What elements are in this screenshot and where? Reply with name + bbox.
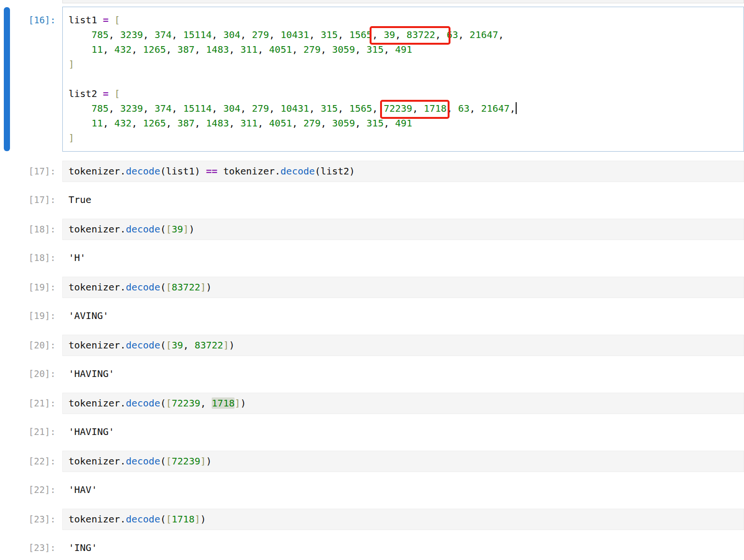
text-cursor	[516, 102, 517, 114]
code-line: tokenizer.decode([39])	[69, 222, 738, 237]
code-cell: [17]:tokenizer.decode(list1) == tokenize…	[0, 161, 744, 182]
output-cell: [18]:'H'	[0, 250, 744, 265]
input-prompt: [22]:	[0, 451, 62, 472]
output-prompt: [23]:	[0, 540, 62, 555]
output-cell: [23]:'ING'	[0, 540, 744, 555]
output-prompt: [17]:	[0, 192, 62, 207]
input-prompt: [17]:	[0, 161, 62, 182]
output-cell: [19]:'AVING'	[0, 308, 744, 323]
code-cell: [21]:tokenizer.decode([72239, 1718])	[0, 393, 744, 414]
output-prompt: [18]:	[0, 250, 62, 265]
code-cell: [16]:list1 = [ 785, 3239, 374, 15114, 30…	[0, 7, 744, 152]
output-prompt: [22]:	[0, 482, 62, 497]
input-prompt: [20]:	[0, 335, 62, 356]
code-editor[interactable]: tokenizer.decode([39])	[62, 219, 744, 240]
code-line: tokenizer.decode(list1) == tokenizer.dec…	[69, 164, 738, 179]
code-editor[interactable]: tokenizer.decode([39, 83722])	[62, 335, 744, 356]
code-line: tokenizer.decode([1718])	[69, 512, 738, 527]
code-line: 785, 3239, 374, 15114, 304, 279, 10431, …	[69, 101, 738, 116]
code-editor[interactable]: tokenizer.decode([1718])	[62, 509, 744, 530]
output-text: 'HAVING'	[62, 366, 114, 381]
code-line: 785, 3239, 374, 15114, 304, 279, 10431, …	[69, 28, 738, 42]
code-editor[interactable]: tokenizer.decode([83722])	[62, 277, 744, 298]
active-cell-collapser-bar[interactable]	[4, 7, 10, 151]
output-cell: [21]:'HAVING'	[0, 424, 744, 439]
code-line: list2 = [	[69, 87, 738, 101]
output-text: 'HAV'	[62, 482, 97, 497]
code-editor[interactable]: tokenizer.decode([72239, 1718])	[62, 393, 744, 414]
code-line: 11, 432, 1265, 387, 1483, 311, 4051, 279…	[69, 42, 738, 57]
code-cell: [19]:tokenizer.decode([83722])	[0, 277, 744, 298]
code-editor[interactable]: list1 = [ 785, 3239, 374, 15114, 304, 27…	[62, 7, 744, 152]
previous-cell-bottom-edge	[62, 0, 744, 3]
code-cell: [18]:tokenizer.decode([39])	[0, 219, 744, 240]
code-line: ]	[69, 57, 738, 72]
code-line: 11, 432, 1265, 387, 1483, 311, 4051, 279…	[69, 116, 738, 131]
code-cell: [22]:tokenizer.decode([72239])	[0, 451, 744, 472]
code-line: ]	[69, 131, 738, 145]
input-prompt: [23]:	[0, 509, 62, 530]
output-text: 'ING'	[62, 540, 97, 555]
code-line: list1 = [	[69, 13, 738, 28]
input-prompt: [18]:	[0, 219, 62, 240]
code-cell: [20]:tokenizer.decode([39, 83722])	[0, 335, 744, 356]
jupyter-notebook-page: [16]:list1 = [ 785, 3239, 374, 15114, 30…	[0, 0, 744, 560]
code-line: tokenizer.decode([72239])	[69, 454, 738, 469]
output-cell: [17]:True	[0, 192, 744, 207]
output-text: True	[62, 192, 91, 207]
input-prompt: [19]:	[0, 277, 62, 298]
code-cell: [23]:tokenizer.decode([1718])	[0, 509, 744, 530]
output-text: 'HAVING'	[62, 424, 114, 439]
output-prompt: [20]:	[0, 366, 62, 381]
output-prompt: [21]:	[0, 424, 62, 439]
code-editor[interactable]: tokenizer.decode(list1) == tokenizer.dec…	[62, 161, 744, 182]
code-line: tokenizer.decode([72239, 1718])	[69, 396, 738, 411]
input-prompt: [21]:	[0, 393, 62, 414]
code-line	[69, 72, 738, 87]
output-text: 'AVING'	[62, 308, 108, 323]
output-text: 'H'	[62, 250, 86, 265]
output-cell: [22]:'HAV'	[0, 482, 744, 497]
notebook-cell-list: [16]:list1 = [ 785, 3239, 374, 15114, 30…	[0, 7, 744, 555]
code-line: tokenizer.decode([83722])	[69, 280, 738, 295]
code-editor[interactable]: tokenizer.decode([72239])	[62, 451, 744, 472]
output-prompt: [19]:	[0, 308, 62, 323]
output-cell: [20]:'HAVING'	[0, 366, 744, 381]
code-line: tokenizer.decode([39, 83722])	[69, 338, 738, 353]
